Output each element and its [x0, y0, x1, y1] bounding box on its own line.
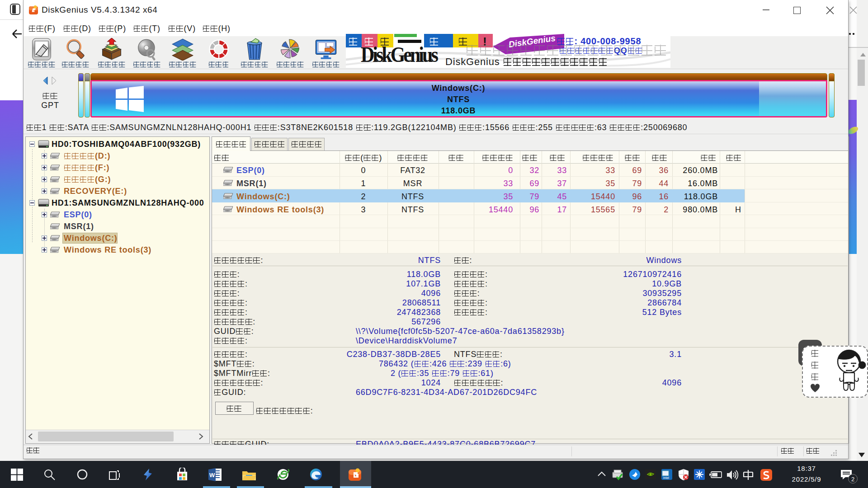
svg-text:W: W — [209, 472, 215, 479]
svg-text:intel: intel — [663, 476, 669, 479]
